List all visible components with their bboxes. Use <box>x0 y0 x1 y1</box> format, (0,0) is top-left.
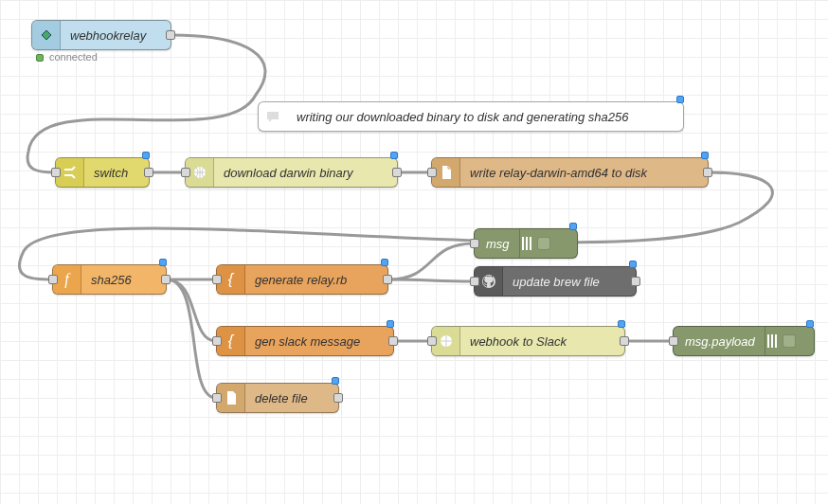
port-in[interactable] <box>48 275 58 284</box>
node-webhookrelay[interactable]: webhookrelay <box>31 20 171 50</box>
node-webhook-slack[interactable]: webhook to Slack <box>431 326 625 356</box>
changed-dot <box>629 261 637 268</box>
changed-dot <box>142 152 150 159</box>
port-in[interactable] <box>212 275 222 284</box>
node-label: msg.payload <box>674 334 765 349</box>
port-out[interactable] <box>703 168 712 177</box>
debug-controls[interactable] <box>519 229 553 258</box>
port-in[interactable] <box>470 239 479 248</box>
changed-dot <box>569 223 577 230</box>
node-write-disk[interactable]: write relay-darwin-amd64 to disk <box>431 157 709 188</box>
changed-dot <box>390 152 398 159</box>
node-label: msg <box>475 237 519 251</box>
port-out[interactable] <box>166 30 175 40</box>
changed-dot <box>618 320 625 328</box>
node-label: sha256 <box>81 273 141 287</box>
port-in[interactable] <box>470 277 479 286</box>
node-comment[interactable]: writing our downloaded binary to disk an… <box>258 101 684 132</box>
port-in[interactable] <box>181 168 190 177</box>
node-delete-file[interactable]: delete file <box>216 383 339 413</box>
changed-dot <box>387 320 394 328</box>
flow-canvas[interactable]: webhookrelay connected writing our downl… <box>0 0 828 504</box>
changed-dot <box>381 259 388 266</box>
status-connected-label: connected <box>49 51 98 63</box>
port-in[interactable] <box>212 336 222 346</box>
node-switch[interactable]: switch <box>55 157 150 188</box>
port-out[interactable] <box>631 277 640 286</box>
port-in[interactable] <box>51 168 61 177</box>
changed-dot <box>676 96 684 103</box>
changed-dot <box>701 152 709 159</box>
port-out[interactable] <box>392 168 402 177</box>
port-out[interactable] <box>161 275 171 284</box>
node-label: webhook to Slack <box>460 334 576 349</box>
port-out[interactable] <box>620 336 629 346</box>
port-in[interactable] <box>669 336 678 346</box>
connector-icon <box>32 21 61 49</box>
node-label: switch <box>84 166 137 180</box>
node-label: write relay-darwin-amd64 to disk <box>460 166 657 180</box>
node-label: update brew file <box>503 275 609 289</box>
node-gen-slack[interactable]: { gen slack message <box>216 326 394 356</box>
node-label: download darwin binary <box>214 166 363 180</box>
port-in[interactable] <box>427 336 437 346</box>
port-out[interactable] <box>383 275 392 284</box>
node-label: generate relay.rb <box>245 273 356 287</box>
port-in[interactable] <box>212 393 222 403</box>
node-update-brew[interactable]: update brew file <box>474 266 637 297</box>
node-download[interactable]: download darwin binary <box>185 157 398 188</box>
node-sha256[interactable]: f sha256 <box>52 264 167 295</box>
node-label: writing our downloaded binary to disk an… <box>287 110 639 124</box>
port-out[interactable] <box>388 336 398 346</box>
changed-dot <box>806 320 814 328</box>
comment-icon <box>259 102 287 131</box>
node-label: webhookrelay <box>61 28 155 43</box>
changed-dot <box>332 377 339 385</box>
node-msg-debug[interactable]: msg <box>474 228 578 259</box>
node-label: gen slack message <box>245 334 369 349</box>
node-gen-relay[interactable]: { generate relay.rb <box>216 264 388 295</box>
node-label: delete file <box>245 391 317 405</box>
port-out[interactable] <box>144 168 153 177</box>
wires-layer <box>0 0 828 504</box>
changed-dot <box>159 259 167 266</box>
status-dot-connected <box>36 54 44 62</box>
port-in[interactable] <box>427 168 437 177</box>
node-payload-debug[interactable]: msg.payload <box>673 326 815 356</box>
port-out[interactable] <box>333 393 343 403</box>
debug-controls[interactable] <box>765 327 799 355</box>
